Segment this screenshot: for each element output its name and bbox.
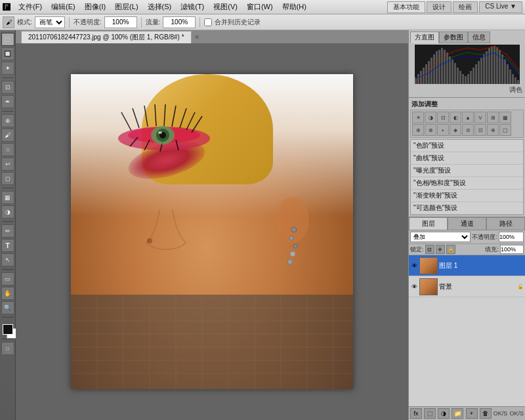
menu-item-filter[interactable]: 滤镜(T) — [177, 1, 208, 13]
adj-levels-icon[interactable]: ⊞ — [487, 112, 499, 123]
lock-all-icon[interactable]: 🔒 — [446, 245, 455, 254]
tool-marquee[interactable]: ⬚ — [1, 33, 14, 46]
layer-style-button[interactable]: fx — [410, 408, 422, 419]
menu-item-file[interactable]: 文件(F) — [14, 1, 46, 13]
tool-hand[interactable]: ✋ — [1, 287, 14, 300]
tool-eyedrop[interactable]: ✒ — [1, 95, 14, 108]
tool-lasso[interactable]: 🔲 — [1, 47, 14, 60]
layers-panel: 图层 通道 路径 叠加 不透明度: 锁定: ⊡ ✛ 🔒 填充: — [409, 217, 525, 420]
tool-brush[interactable]: 🖌 — [1, 129, 14, 142]
layer-new-button[interactable]: + — [466, 408, 478, 419]
adj-hsl-icon[interactable]: ▲ — [462, 112, 474, 123]
adj-threshold-icon[interactable]: ◈ — [450, 124, 461, 136]
adj-brightness-icon[interactable]: ☀ — [412, 112, 424, 123]
tool-preset-icon[interactable]: 🖌 — [3, 16, 14, 28]
lock-position-icon[interactable]: ✛ — [436, 245, 445, 254]
tool-zoom[interactable]: 🔍 — [1, 301, 14, 314]
layer-mask-button[interactable]: ⬚ — [424, 408, 436, 419]
foreground-color-swatch — [3, 324, 13, 335]
opacity-value-input[interactable] — [499, 232, 524, 242]
fill-input[interactable] — [500, 245, 524, 254]
tool-history[interactable]: ↩ — [1, 158, 14, 171]
adj-gradient-map-item[interactable]: "渐变映射"预设 — [411, 190, 523, 202]
tab-paint[interactable]: 绘画 — [453, 1, 478, 13]
divider1 — [69, 17, 70, 28]
layer-item-1[interactable]: 👁 图层 1 — [409, 255, 525, 276]
tab-paths[interactable]: 路径 — [486, 217, 525, 230]
tool-clone[interactable]: ☆ — [1, 143, 14, 156]
menu-item-help[interactable]: 帮助(H) — [278, 1, 310, 13]
adj-pattern-icon[interactable]: ▢ — [499, 124, 511, 136]
layer-name-1: 图层 1 — [439, 261, 524, 270]
adj-exposure-icon[interactable]: ⊡ — [437, 112, 449, 123]
layer-group-button[interactable]: 📁 — [452, 408, 463, 419]
tab-cslive[interactable]: CS Live ▼ — [479, 1, 522, 13]
menu-item-view[interactable]: 视图(V) — [209, 1, 242, 13]
adj-selective-icon[interactable]: ⊡ — [474, 124, 486, 136]
divider2 — [141, 17, 142, 28]
tab-layers[interactable]: 图层 — [409, 217, 448, 230]
adj-invert-icon[interactable]: ⊗ — [425, 124, 436, 136]
blend-mode-select[interactable]: 叠加 — [410, 232, 471, 242]
menu-item-edit[interactable]: 编辑(E) — [47, 1, 79, 13]
menu-item-layer[interactable]: 图层(L) — [111, 1, 142, 13]
histogram-svg — [415, 45, 520, 84]
tab-design[interactable]: 设计 — [427, 1, 452, 13]
tool-dodge[interactable]: ◑ — [1, 205, 14, 219]
close-doc-icon[interactable]: ✕ — [194, 33, 200, 41]
adj-color-balance-icon[interactable]: V — [474, 112, 486, 123]
hist-tab-histogram[interactable]: 方直图 — [410, 32, 439, 43]
canvas-content[interactable] — [16, 43, 408, 420]
tool-pen[interactable]: ✏ — [1, 224, 14, 238]
tool-path-select[interactable]: ↖ — [1, 253, 14, 266]
tool-wand[interactable]: ✦ — [1, 62, 14, 75]
adj-photo-filter-icon[interactable]: ▦ — [499, 112, 511, 123]
layer-adjustment-button[interactable]: ◑ — [438, 408, 450, 419]
document-tab[interactable]: 20110706182447723.jpg @ 100% (图层 1, RGB/… — [21, 31, 192, 43]
svg-rect-62 — [465, 76, 467, 84]
adj-channel-mixer-icon[interactable]: ⊕ — [412, 124, 424, 136]
hist-tab-info[interactable]: 信息 — [468, 32, 490, 43]
tool-shape[interactable]: ▭ — [1, 272, 14, 285]
menu-item-select[interactable]: 选择(S) — [144, 1, 176, 13]
tool-gradient[interactable]: ▦ — [1, 191, 14, 204]
history-checkbox[interactable] — [204, 18, 212, 26]
tab-basic[interactable]: 基本功能 — [387, 1, 425, 13]
adj-hue-item[interactable]: "色相/饱和度"预设 — [411, 177, 523, 190]
tool-text[interactable]: T — [1, 239, 14, 252]
layer-eye-bg[interactable]: 👁 — [410, 283, 418, 291]
tool-crop[interactable]: ⊡ — [1, 81, 14, 94]
adj-curves-icon[interactable]: ◑ — [425, 112, 436, 123]
history-label: 合并到历史记录 — [215, 18, 261, 27]
mode-select[interactable]: 画笔 — [35, 16, 65, 28]
histogram-tabs: 方直图 参数图 信息 — [410, 32, 524, 43]
adj-curves-item[interactable]: "曲线"预设 — [411, 152, 523, 165]
layer-delete-button[interactable]: 🗑 — [480, 408, 492, 419]
tool-sep-4 — [2, 221, 14, 222]
right-panel: 方直图 参数图 信息 — [408, 30, 525, 420]
tab-channels[interactable]: 通道 — [448, 217, 486, 230]
main-area: ⬚ 🔲 ✦ ⊡ ✒ ⊕ 🖌 ☆ ↩ ◻ ▦ ◑ ✏ T ↖ ▭ ✋ 🔍 □ 20 — [0, 30, 525, 420]
hist-tab-param[interactable]: 参数图 — [439, 32, 468, 43]
opacity-input[interactable] — [104, 16, 137, 28]
svg-line-2 — [121, 112, 131, 131]
tool-mode[interactable]: □ — [1, 342, 14, 355]
layer-item-bg[interactable]: 👁 背景 🔒 — [409, 276, 525, 297]
menu-item-window[interactable]: 窗口(W) — [243, 1, 277, 13]
adj-selective-color-item[interactable]: "可选颜色"预设 — [411, 202, 523, 215]
flow-input[interactable] — [163, 16, 196, 28]
adj-exposure-item[interactable]: "曝光度"预设 — [411, 165, 523, 177]
adj-solid-color-icon[interactable]: ⊕ — [487, 124, 499, 136]
svg-line-6 — [164, 104, 165, 126]
layer-eye-1[interactable]: 👁 — [410, 262, 418, 270]
tool-heal[interactable]: ⊕ — [1, 114, 14, 127]
tool-eraser[interactable]: ◻ — [1, 172, 14, 185]
menu-item-image[interactable]: 图像(I) — [81, 1, 110, 13]
lock-pixel-icon[interactable]: ⊡ — [425, 245, 434, 254]
adj-posterize-icon[interactable]: ▪ — [437, 124, 449, 136]
svg-rect-26 — [71, 295, 353, 389]
adj-vibrance-icon[interactable]: ◐ — [450, 112, 461, 123]
adj-levels-item[interactable]: "色阶"预设 — [411, 140, 523, 152]
foreground-color[interactable] — [1, 323, 14, 336]
adj-gradient-icon[interactable]: ⊘ — [462, 124, 474, 136]
